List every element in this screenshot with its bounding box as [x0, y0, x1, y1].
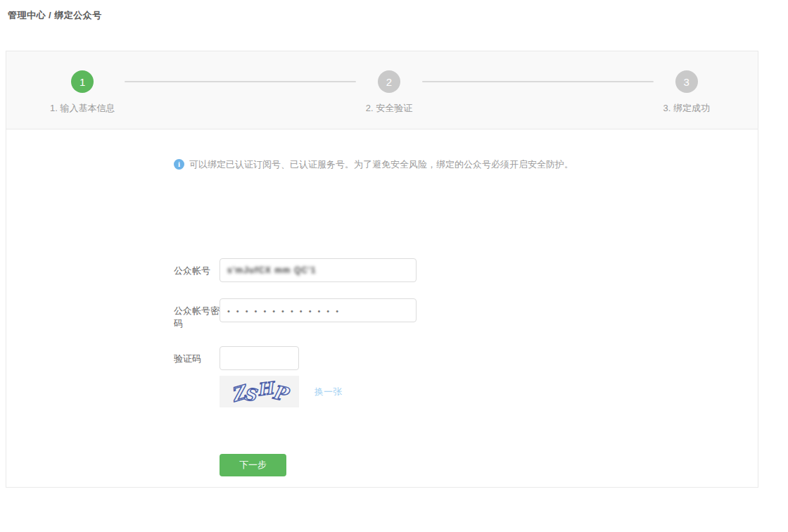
account-label: 公众帐号 — [174, 258, 220, 277]
password-masked-value: ••••••••••••• — [227, 305, 345, 315]
step-3-label: 3. 绑定成功 — [663, 102, 710, 115]
step-1-circle: 1 — [71, 70, 94, 93]
step-3-circle: 3 — [675, 70, 698, 93]
account-masked-value: s'mJufCX mm QC'1 — [227, 265, 316, 275]
step-wizard: 1 1. 输入基本信息 2 2. 安全验证 3 3. 绑定成功 — [6, 51, 758, 129]
step-2-security-check: 2 2. 安全验证 — [366, 70, 412, 115]
captcha-image[interactable]: Z S H P — [220, 376, 299, 407]
password-input[interactable]: ••••••••••••• — [220, 298, 417, 322]
captcha-row: 验证码 — [174, 346, 758, 370]
captcha-media-row: Z S H P 换一张 — [220, 376, 758, 407]
step-connector — [422, 81, 653, 82]
notice-text: 可以绑定已认证订阅号、已认证服务号。为了避免安全风险，绑定的公众号必须开启安全防… — [189, 158, 573, 170]
captcha-letter: S — [242, 384, 258, 405]
captcha-letter: P — [271, 381, 289, 405]
next-step-button[interactable]: 下一步 — [220, 454, 286, 476]
password-label: 公众帐号密码 — [174, 298, 220, 330]
info-icon: i — [174, 159, 184, 170]
captcha-input[interactable] — [220, 346, 299, 370]
step-2-label: 2. 安全验证 — [366, 102, 412, 115]
captcha-label: 验证码 — [174, 346, 220, 365]
account-row: 公众帐号 s'mJufCX mm QC'1 — [174, 258, 758, 282]
step-1-basic-info: 1 1. 输入基本信息 — [50, 70, 115, 115]
bind-account-panel: 1 1. 输入基本信息 2 2. 安全验证 3 3. 绑定成功 i 可以绑定已认… — [6, 51, 758, 488]
panel-content: i 可以绑定已认证订阅号、已认证服务号。为了避免安全风险，绑定的公众号必须开启安… — [6, 158, 758, 476]
step-1-label: 1. 输入基本信息 — [50, 102, 115, 115]
security-notice: i 可以绑定已认证订阅号、已认证服务号。为了避免安全风险，绑定的公众号必须开启安… — [174, 158, 730, 170]
breadcrumb: 管理中心 / 绑定公众号 — [8, 9, 102, 22]
step-connector — [125, 81, 355, 82]
step-2-circle: 2 — [378, 70, 400, 93]
bind-account-form: 公众帐号 s'mJufCX mm QC'1 公众帐号密码 •••••••••••… — [6, 258, 758, 476]
step-3-bind-success: 3 3. 绑定成功 — [663, 70, 710, 115]
password-row: 公众帐号密码 ••••••••••••• — [174, 298, 758, 330]
account-input[interactable]: s'mJufCX mm QC'1 — [220, 258, 417, 282]
captcha-refresh-link[interactable]: 换一张 — [314, 386, 342, 398]
